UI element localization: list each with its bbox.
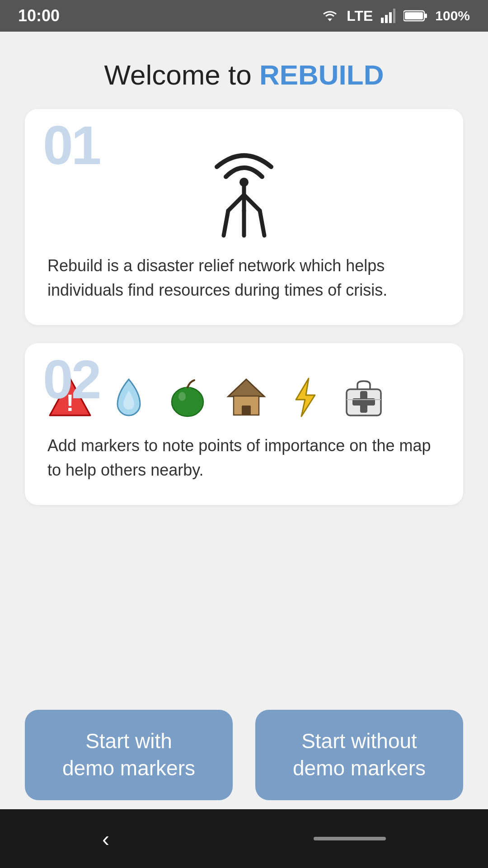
page-title: Welcome to REBUILD	[104, 59, 384, 91]
buttons-row: Start with demo markers Start without de…	[0, 710, 488, 809]
power-marker-icon	[282, 375, 328, 420]
card-2-description: Add markers to note points of importance…	[47, 434, 441, 482]
card-2: 02 !	[25, 343, 463, 505]
svg-line-13	[260, 211, 264, 236]
svg-rect-7	[405, 12, 423, 19]
svg-rect-4	[393, 9, 395, 23]
wifi-icon	[321, 9, 338, 23]
signal-icon	[381, 9, 395, 23]
card-1-description: Rebuild is a disaster relief network whi…	[47, 254, 441, 302]
start-without-demo-button[interactable]: Start without demo markers	[255, 710, 463, 800]
card-2-number: 02	[43, 352, 99, 406]
main-content: Welcome to REBUILD 01	[0, 32, 488, 710]
antenna-illustration	[47, 141, 441, 240]
nav-bar: ‹	[0, 809, 488, 868]
svg-marker-21	[228, 379, 264, 396]
svg-rect-2	[385, 15, 388, 23]
svg-line-12	[224, 211, 228, 236]
svg-point-20	[178, 392, 186, 401]
status-time: 10:00	[18, 6, 60, 25]
shelter-marker-icon	[224, 375, 269, 420]
water-marker-icon	[106, 375, 151, 420]
food-marker-icon	[165, 375, 210, 420]
medical-marker-icon	[341, 375, 386, 420]
svg-rect-23	[242, 406, 251, 415]
svg-rect-1	[381, 18, 384, 23]
markers-row: !	[47, 375, 441, 420]
svg-rect-3	[389, 12, 392, 23]
svg-marker-0	[328, 19, 332, 21]
svg-rect-27	[360, 391, 367, 413]
svg-line-10	[228, 195, 244, 211]
home-pill[interactable]	[314, 837, 386, 840]
start-with-demo-button[interactable]: Start with demo markers	[25, 710, 233, 800]
svg-marker-24	[296, 378, 315, 416]
battery-icon	[404, 9, 427, 22]
lte-label: LTE	[347, 8, 373, 24]
svg-line-11	[244, 195, 260, 211]
card-1: 01 Rebuild i	[25, 109, 463, 325]
svg-rect-6	[425, 14, 427, 18]
card-1-number: 01	[43, 118, 99, 172]
status-icons: LTE 100%	[321, 8, 470, 24]
battery-label: 100%	[435, 8, 470, 24]
status-bar: 10:00 LTE 100%	[0, 0, 488, 32]
back-button[interactable]: ‹	[102, 826, 109, 851]
